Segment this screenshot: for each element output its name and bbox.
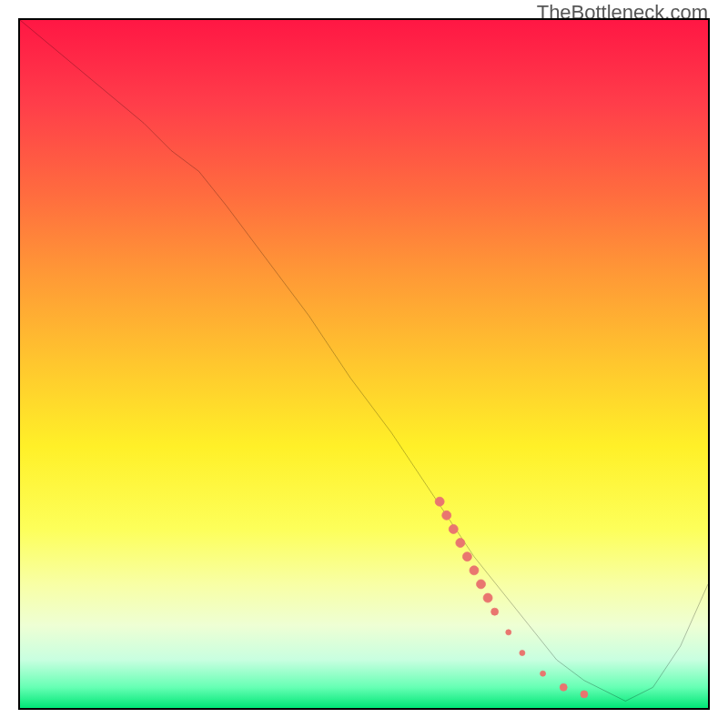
highlight-marker xyxy=(477,580,486,589)
highlight-marker xyxy=(541,671,546,676)
highlight-marker xyxy=(491,608,499,615)
highlight-marker xyxy=(506,630,511,635)
highlight-marker xyxy=(442,511,451,520)
plot-area xyxy=(18,18,710,710)
highlight-marker-group xyxy=(435,497,588,698)
highlight-marker xyxy=(449,524,458,533)
highlight-marker xyxy=(483,593,492,602)
curve-layer xyxy=(20,20,708,708)
chart-container: TheBottleneck.com xyxy=(0,0,728,728)
highlight-marker xyxy=(520,651,525,656)
highlight-marker xyxy=(435,497,444,506)
highlight-marker xyxy=(581,691,588,698)
highlight-marker xyxy=(456,539,465,548)
highlight-marker xyxy=(462,552,471,561)
bottleneck-curve xyxy=(20,20,708,701)
highlight-marker xyxy=(560,683,567,691)
highlight-marker xyxy=(470,566,479,575)
